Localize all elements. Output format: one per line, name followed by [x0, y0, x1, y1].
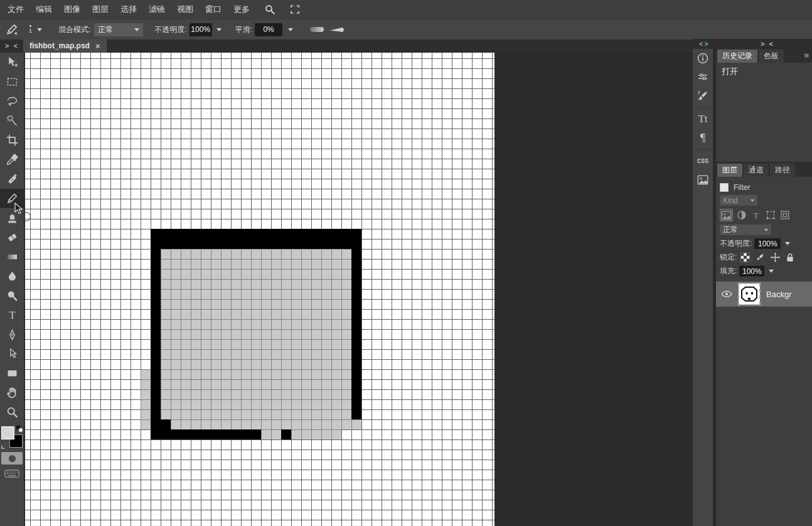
clone-stamp-tool[interactable]	[0, 208, 24, 228]
menu-more[interactable]: 更多	[233, 4, 250, 15]
foreground-color-swatch[interactable]	[1, 426, 14, 439]
history-tab[interactable]: 历史记录	[717, 50, 757, 63]
pencil-tool[interactable]	[0, 189, 24, 208]
lasso-tool[interactable]	[0, 92, 24, 111]
art-pixel	[301, 329, 311, 339]
layer-visibility-eye-icon[interactable]	[721, 290, 732, 298]
layers-tab[interactable]: 通道	[744, 164, 769, 177]
art-pixel	[191, 259, 201, 269]
menu-file[interactable]: 文件	[8, 4, 24, 15]
art-pixel	[251, 239, 261, 249]
menu-window[interactable]: 窗口	[205, 4, 222, 15]
opacity-dropdown-arrow[interactable]	[216, 28, 222, 31]
blur-tool[interactable]	[0, 266, 24, 286]
layer-opacity-arrow[interactable]	[785, 242, 790, 245]
opacity-input[interactable]: 100%	[190, 23, 212, 36]
filter-type-shape-icon[interactable]	[764, 209, 776, 221]
lock-all-icon[interactable]	[786, 253, 794, 263]
hand-tool[interactable]	[0, 383, 24, 402]
smoothing-dropdown-arrow[interactable]	[288, 28, 293, 31]
preview-image-icon[interactable]	[693, 171, 713, 189]
brush-preview[interactable]: 1	[29, 25, 32, 34]
layers-tab[interactable]: 图层	[717, 164, 742, 177]
path-select-tool[interactable]	[0, 344, 24, 364]
menu-image[interactable]: 图像	[64, 4, 80, 15]
art-pixel	[321, 369, 331, 379]
tab-close-icon[interactable]: ×	[95, 42, 100, 50]
menu-layer[interactable]: 图层	[92, 4, 109, 15]
eyedropper-tool[interactable]	[0, 150, 24, 169]
history-tab[interactable]: 色板	[759, 50, 784, 63]
paragraph-icon[interactable]: ¶	[693, 129, 713, 147]
rect-select-tool[interactable]	[0, 72, 24, 92]
fullscreen-icon[interactable]	[290, 4, 300, 14]
character-icon[interactable]: Tt	[693, 110, 713, 129]
layer-kind-select[interactable]: Kind	[720, 195, 757, 206]
lock-paint-icon[interactable]	[755, 253, 765, 263]
lock-transparency-icon[interactable]	[740, 253, 750, 262]
document-tab[interactable]: fishbot_map.psd ×	[23, 39, 107, 53]
menu-view[interactable]: 视图	[177, 4, 193, 15]
menu-edit[interactable]: 编辑	[36, 4, 52, 15]
layer-thumbnail[interactable]	[739, 283, 760, 305]
properties-icon[interactable]	[693, 68, 713, 87]
panel-menu-icon[interactable]: ≡	[804, 51, 809, 60]
filter-type-adjustment-icon[interactable]	[735, 209, 747, 221]
art-pixel	[331, 339, 341, 349]
art-pixel	[251, 279, 261, 289]
art-pixel	[261, 379, 271, 389]
pen-tool[interactable]	[0, 325, 24, 344]
layers-tab[interactable]: 路径	[770, 164, 795, 177]
art-pixel	[161, 359, 171, 369]
blend-mode-select[interactable]: 正常	[94, 23, 143, 36]
layer-opacity-input[interactable]: 100%	[754, 238, 781, 249]
dodge-tool[interactable]	[0, 286, 24, 305]
rectangle-tool[interactable]	[0, 364, 24, 383]
filter-type-smart-object-icon[interactable]	[779, 209, 791, 221]
art-pixel	[191, 409, 201, 419]
move-tool[interactable]	[0, 53, 24, 72]
art-pixel	[191, 399, 201, 409]
layer-fill-input[interactable]: 100%	[739, 266, 764, 276]
filter-type-text-icon[interactable]: T	[750, 209, 762, 221]
menu-select[interactable]: 选择	[120, 4, 137, 15]
layer-fill-arrow[interactable]	[769, 270, 774, 273]
smoothing-input[interactable]: 0%	[255, 23, 282, 36]
panel-collapse-icon[interactable]: > <	[761, 40, 774, 48]
zoom-tool[interactable]	[0, 402, 24, 422]
art-pixel	[301, 299, 311, 309]
filter-type-image-icon[interactable]	[720, 209, 733, 221]
art-pixel	[171, 329, 181, 339]
search-icon[interactable]	[264, 4, 275, 15]
default-colors-icon[interactable]	[16, 426, 23, 432]
info-icon[interactable]	[693, 49, 713, 68]
spot-heal-tool[interactable]	[0, 169, 24, 189]
layer-row[interactable]: Backgr	[716, 281, 812, 307]
filter-checkbox[interactable]	[720, 183, 729, 192]
art-pixel	[331, 279, 341, 289]
brush-settings-icon[interactable]	[693, 87, 713, 105]
layer-blend-select[interactable]: 正常	[720, 224, 771, 235]
toolbar-collapse-icon[interactable]: > <	[5, 42, 19, 50]
canvas-viewport[interactable]	[24, 53, 693, 526]
iconstrip-collapse-icon[interactable]: <>	[699, 40, 710, 48]
brush-dropdown-arrow[interactable]	[37, 28, 42, 31]
quick-mask-button[interactable]	[1, 452, 23, 465]
eraser-tool[interactable]	[0, 228, 24, 247]
magic-wand-tool[interactable]	[0, 111, 24, 130]
history-entry[interactable]: 打开	[716, 63, 812, 80]
document-canvas[interactable]	[25, 53, 494, 526]
keyboard-shortcuts-button[interactable]	[1, 467, 23, 480]
pressure-size-icon[interactable]	[329, 26, 346, 33]
gradient-tool[interactable]	[0, 247, 24, 266]
swap-colors-icon[interactable]	[1, 443, 8, 450]
css-icon[interactable]: CSS	[693, 152, 713, 171]
lock-position-icon[interactable]	[770, 252, 781, 263]
type-tool[interactable]: T	[0, 305, 24, 325]
art-pixel	[211, 339, 221, 349]
pressure-opacity-icon[interactable]	[309, 26, 324, 33]
pencil-tool-icon[interactable]	[5, 23, 19, 36]
art-pixel	[341, 309, 351, 319]
menu-filter[interactable]: 滤镜	[149, 4, 165, 15]
crop-tool[interactable]	[0, 130, 24, 150]
